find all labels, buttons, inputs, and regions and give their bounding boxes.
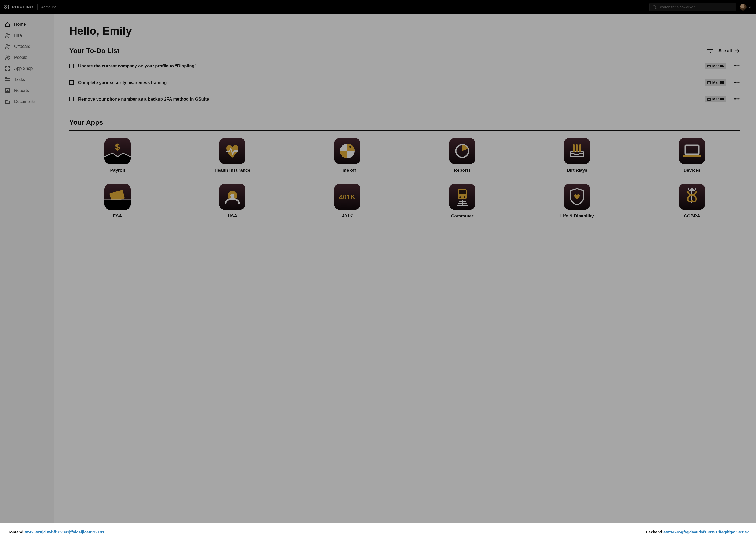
- svg-rect-26: [708, 65, 710, 67]
- see-all-link[interactable]: See all: [718, 49, 732, 53]
- app-health-insurance[interactable]: Health Insurance: [184, 138, 281, 173]
- search-input[interactable]: [658, 5, 733, 9]
- grid-icon: [5, 66, 11, 71]
- app-tile: [219, 138, 245, 164]
- svg-rect-16: [6, 80, 7, 81]
- app-cobra[interactable]: COBRA: [644, 184, 740, 219]
- due-date-text: Mar 08: [712, 97, 724, 101]
- svg-rect-14: [6, 78, 7, 79]
- app-hsa[interactable]: HSA: [184, 184, 281, 219]
- todo-title: Your To-Do List: [69, 47, 120, 55]
- person-minus-icon: [5, 44, 11, 49]
- checkbox[interactable]: [69, 80, 74, 85]
- svg-point-60: [459, 197, 461, 198]
- sidebar-item-tasks[interactable]: Tasks: [0, 74, 54, 85]
- home-icon: [5, 22, 11, 27]
- filter-icon[interactable]: [707, 49, 713, 53]
- avatar[interactable]: [740, 4, 747, 11]
- app-life-disability[interactable]: Life & Disability: [529, 184, 626, 219]
- sidebar-item-offboard[interactable]: Offboard: [0, 41, 54, 52]
- topbar: RIPPLING Acme Inc.: [0, 0, 756, 14]
- sidebar-item-documents[interactable]: Documents: [0, 96, 54, 107]
- svg-rect-22: [707, 49, 713, 50]
- app-tile: [105, 184, 131, 210]
- calendar-icon: [707, 64, 711, 68]
- app-401k[interactable]: 401K401K: [299, 184, 395, 219]
- due-date-text: Mar 06: [712, 80, 724, 85]
- frontend-label: Frontend:: [6, 530, 25, 534]
- app-reports[interactable]: Reports: [414, 138, 511, 173]
- sidebar: HomeHireOffboardPeopleApp ShopTasksRepor…: [0, 14, 54, 523]
- svg-rect-52: [105, 200, 131, 210]
- frontend-hash-link[interactable]: 42425420jduwhfi109391jffaiosfjioa0139193: [25, 530, 104, 534]
- svg-rect-45: [579, 147, 581, 152]
- sidebar-item-hire[interactable]: Hire: [0, 30, 54, 41]
- app-payroll[interactable]: $Payroll: [69, 138, 166, 173]
- app-label: FSA: [113, 214, 122, 219]
- svg-point-3: [6, 34, 8, 35]
- app-label: HSA: [228, 214, 237, 219]
- app-tile: [564, 184, 590, 210]
- app-tile: [449, 138, 475, 164]
- app-label: Birthdays: [567, 168, 587, 173]
- svg-point-40: [350, 146, 352, 148]
- todo-section-head: Your To-Do List See all: [69, 47, 740, 55]
- app-label: Payroll: [110, 168, 125, 173]
- due-date-text: Mar 06: [712, 64, 724, 68]
- divider: [69, 130, 740, 131]
- todo-label: Complete your security awareness trainin…: [78, 80, 701, 85]
- app-label: 401K: [342, 214, 353, 219]
- due-date-badge: Mar 06: [705, 79, 726, 86]
- app-tile: [219, 184, 245, 210]
- app-fsa[interactable]: FSA: [69, 184, 166, 219]
- divider: [37, 4, 38, 10]
- app-tile: [564, 138, 590, 164]
- coworker-search[interactable]: [649, 3, 736, 11]
- more-icon[interactable]: •••: [734, 80, 740, 85]
- more-icon[interactable]: •••: [734, 64, 740, 68]
- app-birthdays[interactable]: Birthdays: [529, 138, 626, 173]
- sidebar-item-reports[interactable]: Reports: [0, 85, 54, 96]
- company-name[interactable]: Acme Inc.: [41, 5, 58, 9]
- app-label: COBRA: [684, 214, 700, 219]
- debug-footer: Frontend: 42425420jduwhfi109391jffaiosfj…: [0, 523, 756, 541]
- app-label: Health Insurance: [214, 168, 250, 173]
- checkbox[interactable]: [69, 64, 74, 68]
- app-commuter[interactable]: Commuter: [414, 184, 511, 219]
- app-time-off[interactable]: Time off: [299, 138, 395, 173]
- app-label: Time off: [339, 168, 356, 173]
- search-icon: [652, 5, 656, 9]
- backend-hash-link[interactable]: 44234245gfsgdsaudsf109391jffagdfga534312…: [663, 530, 750, 534]
- backend-label: Backend:: [646, 530, 663, 534]
- svg-text:$: $: [115, 142, 120, 152]
- sidebar-item-label: App Shop: [14, 66, 33, 71]
- svg-line-1: [655, 8, 656, 9]
- svg-rect-43: [573, 147, 575, 152]
- svg-point-8: [6, 56, 8, 58]
- app-devices[interactable]: Devices: [644, 138, 740, 173]
- app-label: Commuter: [451, 214, 473, 219]
- sidebar-item-people[interactable]: People: [0, 52, 54, 63]
- arrow-right-icon[interactable]: [734, 49, 740, 53]
- people-icon: [5, 55, 11, 60]
- svg-rect-59: [459, 191, 466, 194]
- sidebar-item-home[interactable]: Home: [0, 19, 54, 30]
- apps-title: Your Apps: [69, 119, 740, 127]
- svg-point-48: [579, 144, 581, 147]
- svg-rect-24: [709, 52, 711, 53]
- brand-logo[interactable]: RIPPLING: [4, 5, 34, 9]
- checkbox[interactable]: [69, 97, 74, 101]
- sidebar-item-label: Reports: [14, 88, 29, 93]
- sidebar-item-app-shop[interactable]: App Shop: [0, 63, 54, 74]
- more-icon[interactable]: •••: [734, 97, 740, 101]
- sidebar-item-label: Offboard: [14, 44, 30, 49]
- chevron-down-icon[interactable]: [748, 5, 752, 9]
- person-plus-icon: [5, 33, 11, 38]
- svg-rect-17: [7, 80, 10, 81]
- todo-item: Remove your phone number as a backup 2FA…: [69, 91, 740, 107]
- svg-rect-15: [7, 78, 10, 79]
- app-label: Reports: [454, 168, 471, 173]
- app-tile: $: [105, 138, 131, 164]
- svg-point-6: [6, 45, 8, 47]
- svg-text:401K: 401K: [339, 193, 356, 201]
